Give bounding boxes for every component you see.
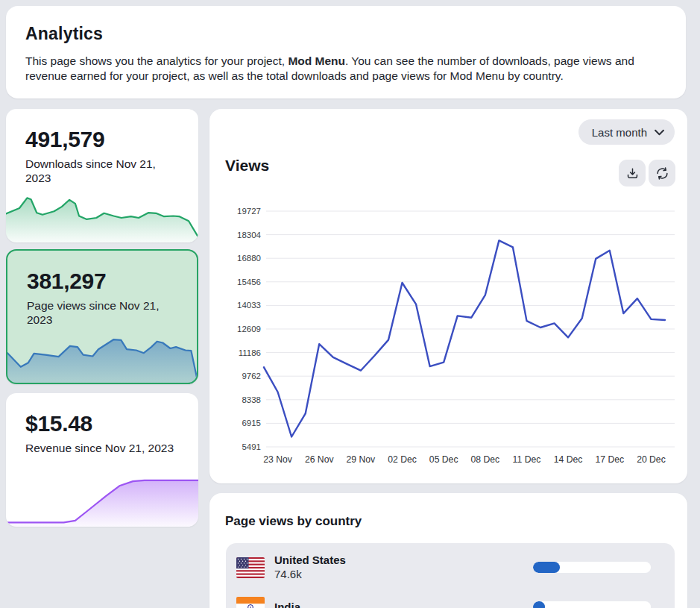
country-section-title: Page views by country — [225, 514, 362, 529]
refresh-chart-button[interactable] — [649, 160, 675, 187]
page-views-sparkline-chart — [7, 329, 197, 383]
project-name: Mod Menu — [288, 54, 345, 67]
country-name: India — [274, 601, 300, 608]
svg-text:08 Dec: 08 Dec — [471, 454, 500, 465]
page-description-pre: This page shows you the analytics for yo… — [25, 54, 288, 67]
country-bar-fill — [533, 562, 560, 573]
revenue-stat-card[interactable]: $15.48 Revenue since Nov 21, 2023 — [6, 393, 198, 527]
svg-text:9762: 9762 — [242, 372, 261, 380]
svg-text:17 Dec: 17 Dec — [595, 454, 624, 465]
svg-text:6915: 6915 — [242, 419, 261, 427]
revenue-label: Revenue since Nov 21, 2023 — [25, 441, 179, 455]
page-description: This page shows you the analytics for yo… — [25, 54, 666, 84]
analytics-header-card: Analytics This page shows you the analyt… — [6, 6, 686, 98]
page-views-label: Page views since Nov 21, 2023 — [27, 298, 177, 327]
svg-text:02 Dec: 02 Dec — [388, 454, 417, 465]
svg-text:16880: 16880 — [237, 254, 261, 263]
country-row-india: India — [226, 587, 675, 608]
chevron-down-icon — [655, 129, 664, 136]
refresh-icon — [655, 166, 669, 181]
date-range-dropdown[interactable]: Last month — [578, 119, 675, 145]
country-name: United States — [274, 554, 346, 567]
svg-text:14 Dec: 14 Dec — [554, 454, 583, 465]
downloads-sparkline-chart — [6, 189, 198, 242]
downloads-count: 491,579 — [25, 127, 179, 152]
country-page-views-count: 74.6k — [274, 567, 346, 582]
views-chart-card: Last month Views 19727183041688015456140… — [209, 109, 687, 483]
india-flag-icon — [236, 597, 265, 608]
svg-text:5491: 5491 — [242, 442, 261, 451]
svg-text:12609: 12609 — [237, 325, 261, 333]
page-views-count: 381,297 — [27, 269, 177, 294]
svg-text:14033: 14033 — [237, 301, 261, 310]
download-chart-button[interactable] — [619, 160, 646, 187]
united-states-flag-icon — [236, 557, 265, 578]
country-bar-track — [533, 562, 651, 573]
svg-text:15456: 15456 — [237, 278, 261, 286]
downloads-stat-card[interactable]: 491,579 Downloads since Nov 21, 2023 — [6, 109, 198, 242]
downloads-label: Downloads since Nov 21, 2023 — [25, 157, 179, 186]
country-bar-fill — [533, 601, 545, 608]
country-list: United States 74.6k India — [226, 543, 675, 608]
date-range-label: Last month — [592, 126, 647, 139]
svg-text:18304: 18304 — [237, 231, 262, 239]
svg-text:19727: 19727 — [237, 207, 261, 216]
views-chart-title: Views — [225, 157, 269, 175]
download-icon — [625, 166, 640, 181]
svg-text:20 Dec: 20 Dec — [637, 454, 666, 465]
svg-text:11186: 11186 — [239, 348, 261, 357]
revenue-sparkline-chart — [6, 473, 198, 527]
page-views-stat-card-selected[interactable]: 381,297 Page views since Nov 21, 2023 — [6, 249, 198, 384]
views-line-chart: 1972718304168801545614033126091118697628… — [221, 195, 678, 474]
page-views-by-country-card: Page views by country — [209, 493, 687, 608]
svg-text:11 Dec: 11 Dec — [513, 454, 541, 465]
svg-text:8338: 8338 — [242, 395, 261, 404]
svg-text:05 Dec: 05 Dec — [429, 454, 458, 465]
country-row-united-states: United States 74.6k — [226, 548, 675, 587]
revenue-amount: $15.48 — [25, 411, 179, 436]
page-title: Analytics — [25, 24, 666, 44]
svg-text:23 Nov: 23 Nov — [263, 454, 293, 465]
svg-text:26 Nov: 26 Nov — [305, 454, 335, 465]
svg-text:29 Nov: 29 Nov — [347, 454, 376, 465]
country-bar-track — [533, 601, 651, 608]
